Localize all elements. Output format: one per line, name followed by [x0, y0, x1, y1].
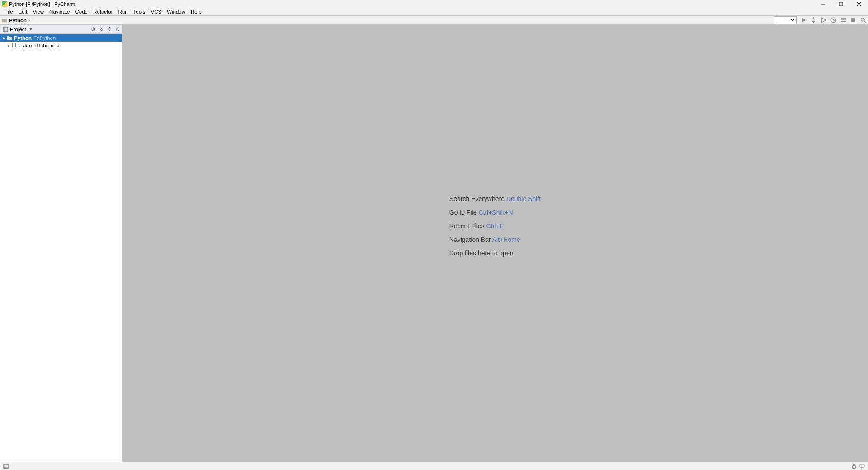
welcome-line: Drop files here to open	[449, 246, 541, 260]
svg-rect-12	[841, 21, 846, 22]
statusbar	[0, 462, 868, 470]
folder-icon	[2, 18, 7, 23]
body-area: Project ▼ ▸PythonF:\Python▸External Libr…	[0, 25, 868, 462]
run-with-coverage-button[interactable]	[818, 16, 828, 25]
collapse-all-button[interactable]	[97, 25, 105, 33]
close-icon	[857, 2, 861, 6]
notification-icon	[859, 464, 865, 469]
welcome-label: Go to File	[449, 209, 477, 216]
welcome-line: Search Everywhere Double Shift	[449, 192, 541, 206]
menu-navigate[interactable]: Navigate	[47, 8, 72, 16]
welcome-line: Navigation Bar Alt+Home	[449, 233, 541, 246]
tree-item-name: Python	[14, 35, 32, 41]
search-icon	[860, 17, 866, 23]
chevron-down-icon[interactable]: ▼	[29, 27, 33, 32]
tree-item-path: F:\Python	[33, 35, 56, 41]
coverage-icon	[821, 17, 826, 23]
bars-icon	[840, 17, 846, 23]
target-icon	[91, 27, 96, 32]
clock-icon	[830, 17, 836, 23]
lock-button[interactable]	[850, 463, 858, 470]
menu-tools[interactable]: Tools	[131, 8, 148, 16]
welcome-label: Navigation Bar	[449, 236, 491, 243]
welcome-line: Recent Files Ctrl+E	[449, 219, 541, 233]
run-button[interactable]	[798, 16, 808, 25]
play-icon	[801, 17, 807, 23]
expand-arrow-icon[interactable]: ▸	[6, 43, 11, 48]
menu-help[interactable]: Help	[188, 8, 204, 16]
hide-icon	[115, 27, 120, 32]
welcome-shortcut: Ctrl+Shift+N	[478, 209, 513, 216]
stop-icon	[850, 17, 856, 23]
minimize-button[interactable]	[814, 0, 832, 8]
svg-rect-23	[4, 467, 8, 469]
panel-icon	[3, 464, 9, 469]
svg-line-15	[864, 21, 865, 23]
project-view-icon	[3, 27, 8, 32]
project-tool-window: Project ▼ ▸PythonF:\Python▸External Libr…	[0, 25, 122, 462]
profile-button[interactable]	[828, 16, 838, 25]
editor-area[interactable]: Search Everywhere Double ShiftGo to File…	[122, 25, 868, 462]
project-tree[interactable]: ▸PythonF:\Python▸External Libraries	[0, 34, 122, 462]
welcome-shortcut: Double Shift	[506, 195, 541, 202]
welcome-hints: Search Everywhere Double ShiftGo to File…	[449, 192, 541, 260]
debug-button[interactable]	[808, 16, 818, 25]
chevron-right-icon: ›	[28, 17, 30, 24]
svg-rect-17	[3, 27, 5, 32]
svg-rect-10	[841, 18, 846, 19]
breadcrumb-item[interactable]: Python	[9, 18, 27, 23]
folder-icon	[6, 35, 13, 41]
app-icon	[2, 1, 7, 7]
welcome-label: Drop files here to open	[449, 249, 514, 257]
welcome-label: Search Everywhere	[449, 195, 505, 202]
maximize-button[interactable]	[832, 0, 850, 8]
notifications-button[interactable]	[858, 463, 866, 470]
collapse-icon	[99, 27, 104, 32]
welcome-shortcut: Alt+Home	[492, 236, 520, 243]
svg-point-14	[861, 18, 864, 22]
project-header: Project ▼	[0, 25, 122, 34]
maximize-icon	[839, 2, 843, 6]
menu-edit[interactable]: Edit	[16, 8, 30, 16]
svg-point-19	[93, 29, 94, 30]
lock-icon	[852, 464, 856, 469]
menu-file[interactable]: File	[2, 8, 16, 16]
navbar: Python ›	[0, 16, 868, 25]
gear-icon	[107, 27, 112, 32]
tree-external-libraries[interactable]: ▸External Libraries	[0, 42, 122, 49]
run-config-select[interactable]	[774, 16, 797, 24]
settings-button[interactable]	[105, 25, 113, 33]
menu-window[interactable]: Window	[164, 8, 188, 16]
welcome-shortcut: Ctrl+E	[486, 222, 504, 230]
menu-code[interactable]: Code	[73, 8, 91, 16]
scroll-from-source-button[interactable]	[89, 25, 97, 33]
svg-point-20	[108, 28, 110, 30]
menu-vcs[interactable]: VCS	[148, 8, 164, 16]
project-header-title[interactable]: Project	[10, 27, 26, 32]
svg-point-4	[812, 19, 815, 22]
titlebar: Python [F:\Python] - PyCharm	[0, 0, 868, 8]
close-button[interactable]	[850, 0, 868, 8]
concurrency-button[interactable]	[838, 16, 848, 25]
tree-item-name: External Libraries	[19, 43, 59, 48]
welcome-label: Recent Files	[449, 222, 485, 230]
minimize-icon	[821, 2, 825, 6]
menu-run[interactable]: Run	[115, 8, 130, 16]
bug-icon	[811, 17, 816, 23]
svg-rect-1	[839, 2, 843, 6]
welcome-line: Go to File Ctrl+Shift+N	[449, 206, 541, 219]
menu-refactor[interactable]: Refactor	[90, 8, 115, 16]
expand-arrow-icon[interactable]: ▸	[2, 36, 6, 40]
svg-rect-13	[851, 18, 855, 22]
svg-rect-25	[860, 464, 864, 467]
hide-button[interactable]	[113, 25, 122, 33]
library-icon	[11, 43, 17, 48]
window-title: Python [F:\Python] - PyCharm	[9, 1, 75, 7]
tool-windows-toggle[interactable]	[2, 463, 10, 470]
svg-rect-24	[853, 466, 856, 469]
search-everywhere-button[interactable]	[858, 16, 868, 25]
tree-root-item[interactable]: ▸PythonF:\Python	[0, 34, 122, 42]
menubar: FileEditViewNavigateCodeRefactorRunTools…	[0, 8, 868, 16]
menu-view[interactable]: View	[30, 8, 47, 16]
stop-button[interactable]	[848, 16, 858, 25]
